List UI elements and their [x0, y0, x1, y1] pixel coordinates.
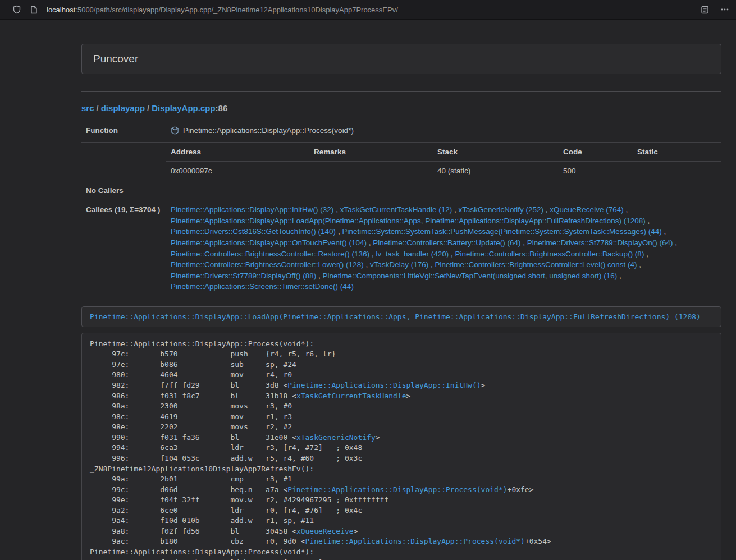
callee-link[interactable]: xQueueReceive (764): [550, 205, 623, 214]
symbol-link[interactable]: Pinetime::Applications::DisplayApp::Load…: [90, 313, 701, 321]
callee-link[interactable]: Pinetime::Applications::DisplayApp::Load…: [171, 217, 646, 225]
callee-link[interactable]: xTaskGenericNotify (252): [459, 205, 544, 214]
breadcrumb-separator: /: [94, 103, 101, 113]
callee-link[interactable]: Pinetime::Drivers::Cst816S::GetTouchInfo…: [171, 227, 336, 236]
callee-link[interactable]: Pinetime::Controllers::BrightnessControl…: [171, 250, 369, 258]
callee-link[interactable]: Pinetime::Controllers::BrightnessControl…: [435, 260, 637, 269]
remarks-value: [309, 162, 433, 181]
stack-value: 40 (static): [433, 162, 559, 181]
callee-link[interactable]: Pinetime::Drivers::St7789::DisplayOn() (…: [527, 238, 673, 247]
url-host: localhost: [47, 6, 75, 14]
callee-link[interactable]: lv_task_handler (420): [376, 250, 449, 258]
metrics-data-row: 0x0000097c 40 (static) 500: [166, 162, 721, 181]
code-symbol-link[interactable]: Pinetime::Applications::DisplayApp::Proc…: [305, 537, 525, 545]
callees-label: Callees (19, Σ=3704 ): [81, 200, 166, 296]
reader-view-icon[interactable]: [701, 6, 709, 14]
code-value: 500: [559, 162, 633, 181]
breadcrumb-src-link[interactable]: src: [81, 103, 94, 113]
callee-link[interactable]: xTaskGetCurrentTaskHandle (12): [340, 205, 452, 214]
col-remarks: Remarks: [309, 143, 433, 162]
function-name: Pinetime::Applications::DisplayApp::Proc…: [183, 126, 354, 135]
function-name-cell: Pinetime::Applications::DisplayApp::Proc…: [166, 121, 721, 143]
code-symbol-link[interactable]: Pinetime::Applications::DisplayApp::Proc…: [287, 485, 507, 494]
app-title: Puncover: [82, 44, 721, 74]
browser-chrome: localhost:5000/path/src/displayapp/Displ…: [0, 0, 736, 20]
callee-link[interactable]: Pinetime::Controllers::Battery::Update()…: [373, 238, 520, 247]
metrics-cell: Address Remarks Stack Code Static 0x0000…: [166, 142, 721, 181]
callee-link[interactable]: Pinetime::Applications::DisplayApp::Init…: [171, 205, 333, 214]
no-callers-row: No Callers: [81, 181, 721, 200]
url-bar[interactable]: localhost:5000/path/src/displayapp/Displ…: [47, 6, 689, 14]
metrics-table: Address Remarks Stack Code Static 0x0000…: [166, 143, 721, 181]
divider: [81, 91, 721, 92]
page-info-icon[interactable]: [30, 6, 38, 14]
breadcrumb: src/displayapp/DisplayApp.cpp:86: [81, 103, 721, 113]
callee-link[interactable]: Pinetime::Applications::DisplayApp::OnTo…: [171, 238, 367, 247]
code-symbol-link[interactable]: xTaskGetCurrentTaskHandle: [296, 392, 406, 400]
metrics-row: Address Remarks Stack Code Static 0x0000…: [81, 142, 721, 181]
callee-link[interactable]: Pinetime::Applications::Screens::Timer::…: [171, 282, 354, 291]
callee-link[interactable]: Pinetime::Components::LittleVgl::SetNewT…: [323, 272, 618, 280]
breadcrumb-displayapp-link[interactable]: displayapp: [101, 103, 145, 113]
callee-link[interactable]: vTaskDelay (176): [370, 260, 428, 269]
code-symbol-link[interactable]: xQueueReceive: [296, 527, 354, 535]
no-callers-label: No Callers: [81, 181, 166, 200]
main-content: Puncover src/displayapp/DisplayApp.cpp:8…: [81, 20, 721, 560]
breadcrumb-line-number: :86: [216, 103, 228, 113]
empty-label-cell: [81, 142, 166, 181]
breadcrumb-file-link[interactable]: DisplayApp.cpp: [152, 103, 215, 113]
col-address: Address: [166, 143, 309, 162]
function-label: Function: [81, 121, 166, 143]
symbol-panel: Pinetime::Applications::DisplayApp::Load…: [81, 306, 721, 327]
col-code: Code: [559, 143, 633, 162]
static-value: [633, 162, 721, 181]
more-menu-icon[interactable]: [720, 5, 729, 14]
col-static: Static: [633, 143, 721, 162]
symbol-type-icon: [171, 126, 179, 138]
code-symbol-link[interactable]: Pinetime::Applications::DisplayApp::Init…: [287, 381, 481, 389]
callees-list: Pinetime::Applications::DisplayApp::Init…: [166, 200, 721, 296]
callee-link[interactable]: Pinetime::Controllers::BrightnessControl…: [171, 260, 364, 269]
url-path: :5000/path/src/displayapp/DisplayApp.cpp…: [75, 6, 398, 14]
address-value: 0x0000097c: [166, 162, 309, 181]
callee-link[interactable]: Pinetime::Drivers::St7789::DisplayOff() …: [171, 272, 316, 280]
disassembly-block: Pinetime::Applications::DisplayApp::Proc…: [81, 333, 721, 560]
callee-link[interactable]: Pinetime::System::SystemTask::PushMessag…: [342, 227, 661, 236]
function-table: Function Pinetime::Applications::Display…: [81, 121, 721, 296]
app-header-panel: Puncover: [81, 44, 721, 74]
callee-link[interactable]: Pinetime::Controllers::BrightnessControl…: [455, 250, 644, 258]
function-row: Function Pinetime::Applications::Display…: [81, 121, 721, 143]
no-callers-cell: [166, 181, 721, 200]
shield-icon[interactable]: [12, 5, 21, 14]
breadcrumb-separator: /: [145, 103, 152, 113]
col-stack: Stack: [433, 143, 559, 162]
metrics-header-row: Address Remarks Stack Code Static: [166, 143, 721, 162]
code-symbol-link[interactable]: xTaskGenericNotify: [296, 433, 376, 442]
callees-row: Callees (19, Σ=3704 ) Pinetime::Applicat…: [81, 200, 721, 296]
